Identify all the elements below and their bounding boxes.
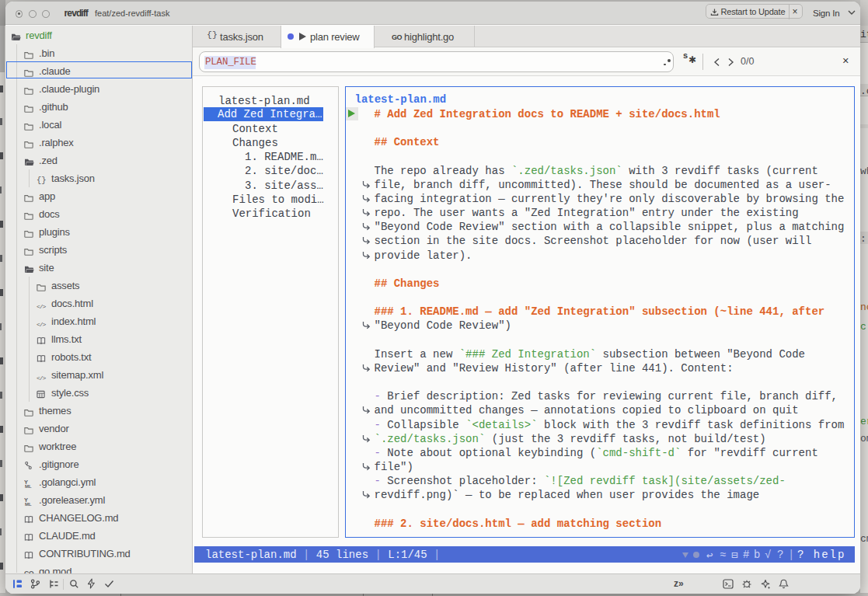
svg-text:ML: ML [25, 484, 32, 488]
svg-text:GO: GO [392, 33, 403, 41]
svg-text:ML: ML [25, 502, 32, 506]
